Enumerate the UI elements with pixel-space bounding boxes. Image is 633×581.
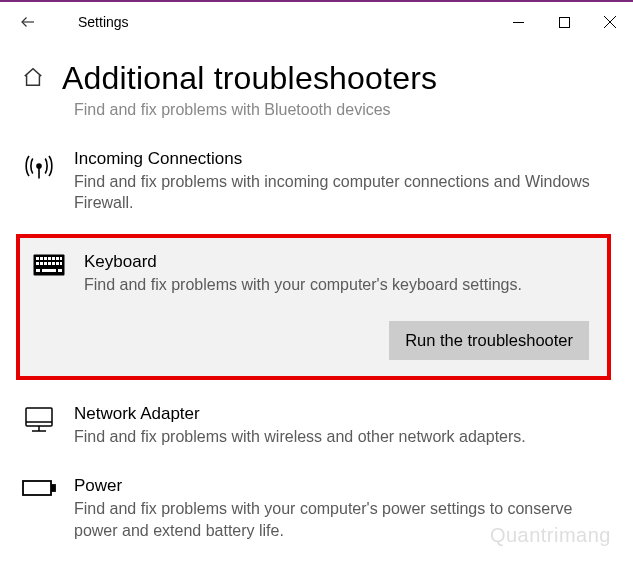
- page-title: Additional troubleshooters: [62, 60, 437, 97]
- svg-rect-23: [42, 269, 56, 272]
- antenna-icon: [22, 149, 56, 181]
- svg-rect-8: [36, 257, 39, 260]
- item-title: Keyboard: [84, 252, 595, 272]
- page-header: Additional troubleshooters: [0, 42, 633, 99]
- svg-rect-24: [58, 269, 62, 272]
- svg-rect-12: [52, 257, 55, 260]
- item-body: Incoming Connections Find and fix proble…: [74, 149, 611, 214]
- bluetooth-item-desc-partial: Find and fix problems with Bluetooth dev…: [0, 99, 633, 135]
- svg-rect-15: [36, 262, 39, 265]
- svg-rect-13: [56, 257, 59, 260]
- svg-rect-16: [40, 262, 43, 265]
- arrow-left-icon: [19, 13, 37, 31]
- svg-rect-10: [44, 257, 47, 260]
- troubleshooter-item-incoming-connections[interactable]: Incoming Connections Find and fix proble…: [10, 135, 623, 228]
- troubleshooter-item-power[interactable]: Power Find and fix problems with your co…: [10, 462, 623, 555]
- troubleshooter-item-network-adapter[interactable]: Network Adapter Find and fix problems wi…: [10, 390, 623, 462]
- svg-rect-25: [26, 408, 52, 426]
- titlebar: Settings: [0, 2, 633, 42]
- minimize-button[interactable]: [495, 2, 541, 42]
- svg-rect-14: [60, 257, 62, 260]
- close-button[interactable]: [587, 2, 633, 42]
- keyboard-icon: [32, 252, 66, 276]
- maximize-icon: [559, 17, 570, 28]
- home-icon[interactable]: [22, 66, 44, 92]
- close-icon: [604, 16, 616, 28]
- item-body: Keyboard Find and fix problems with your…: [84, 252, 595, 296]
- app-title: Settings: [78, 14, 129, 30]
- svg-rect-9: [40, 257, 43, 260]
- back-button[interactable]: [8, 2, 48, 42]
- battery-icon: [22, 476, 56, 498]
- monitor-icon: [22, 404, 56, 434]
- item-desc: Find and fix problems with incoming comp…: [74, 171, 611, 214]
- svg-rect-2: [559, 17, 569, 27]
- run-troubleshooter-button[interactable]: Run the troubleshooter: [389, 321, 589, 360]
- window-controls: [495, 2, 633, 42]
- svg-rect-17: [44, 262, 47, 265]
- item-body: Power Find and fix problems with your co…: [74, 476, 611, 541]
- troubleshooter-list: Incoming Connections Find and fix proble…: [0, 135, 633, 556]
- svg-rect-19: [52, 262, 55, 265]
- item-body: Network Adapter Find and fix problems wi…: [74, 404, 611, 448]
- maximize-button[interactable]: [541, 2, 587, 42]
- item-desc: Find and fix problems with your computer…: [74, 498, 611, 541]
- svg-rect-29: [23, 481, 51, 495]
- minimize-icon: [513, 17, 524, 28]
- svg-rect-30: [52, 485, 55, 491]
- svg-rect-22: [36, 269, 40, 272]
- item-title: Incoming Connections: [74, 149, 611, 169]
- item-title: Network Adapter: [74, 404, 611, 424]
- svg-rect-11: [48, 257, 51, 260]
- item-desc: Find and fix problems with wireless and …: [74, 426, 611, 448]
- item-desc: Find and fix problems with your computer…: [84, 274, 595, 296]
- item-title: Power: [74, 476, 611, 496]
- svg-rect-21: [60, 262, 62, 265]
- svg-rect-18: [48, 262, 51, 265]
- svg-rect-20: [56, 262, 59, 265]
- troubleshooter-item-keyboard-selected[interactable]: Keyboard Find and fix problems with your…: [16, 234, 611, 381]
